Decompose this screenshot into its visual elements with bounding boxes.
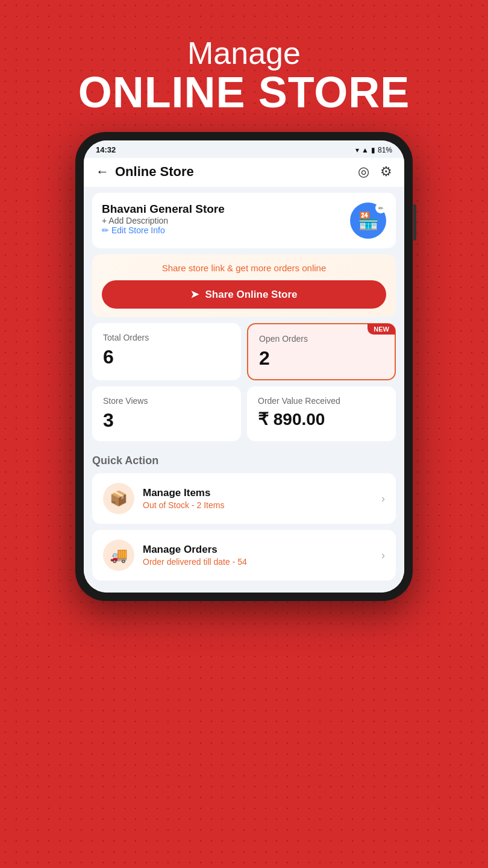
add-description[interactable]: + Add Description [102,216,225,225]
manage-orders-subtitle: Order delivered till date - 54 [143,557,373,567]
header-online-store: ONLINE STORE [78,71,410,114]
quick-action-title: Quick Action [92,447,396,473]
store-name: Bhavani General Store [102,203,225,216]
eye-icon[interactable]: ◎ [358,164,369,180]
share-arrow-icon: ➤ [190,288,199,301]
pencil-icon: ✏ [102,225,109,235]
status-time: 14:32 [96,145,116,154]
side-button [413,204,416,241]
store-views-label: Store Views [103,396,230,406]
phone-screen: 14:32 ▾ ▲ ▮ 81% ← Online Store [84,140,404,593]
wifi-icon: ▾ [355,146,359,154]
total-orders-label: Total Orders [103,333,230,342]
order-value-label: Order Value Received [258,396,385,406]
header-text: Manage ONLINE STORE [78,36,410,114]
phone-mockup: 14:32 ▾ ▲ ▮ 81% ← Online Store [75,132,413,601]
manage-items-icon-wrap: 📦 [103,483,134,514]
store-card-top: Bhavani General Store + Add Description … [102,203,386,239]
box-icon: 📦 [110,490,128,507]
open-orders-card: NEW Open Orders 2 [247,323,396,380]
manage-orders-chevron: › [381,549,385,562]
share-section: Share store link & get more orders onlin… [92,254,396,317]
manage-items-text: Manage Items Out of Stock - 2 Items [143,487,373,510]
battery-percent: 81% [378,146,392,154]
signal-icon: ▲ [361,146,369,154]
manage-items-card[interactable]: 📦 Manage Items Out of Stock - 2 Items › [92,473,396,524]
total-orders-card: Total Orders 6 [92,323,241,380]
total-orders-value: 6 [103,346,230,368]
back-arrow-icon[interactable]: ← [96,164,109,180]
status-bar: 14:32 ▾ ▲ ▮ 81% [84,140,404,158]
store-card: Bhavani General Store + Add Description … [92,193,396,248]
app-header: ← Online Store ◎ ⚙ [84,158,404,187]
new-badge: NEW [368,324,395,335]
manage-orders-icon-wrap: 🚚 [103,539,134,571]
stats-grid: Total Orders 6 NEW Open Orders 2 Store V… [92,323,396,441]
battery-icon: ▮ [371,146,375,154]
store-views-value: 3 [103,409,230,432]
quick-action-section: Quick Action 📦 Manage Items Out of Stock… [84,447,404,593]
app-header-icons: ◎ ⚙ [358,164,392,180]
order-value-card: Order Value Received ₹ 890.00 [247,386,396,441]
page-container: Manage ONLINE STORE 14:32 ▾ ▲ ▮ 81% [0,0,488,601]
app-header-left: ← Online Store [96,164,194,180]
manage-orders-text: Manage Orders Order delivered till date … [143,544,373,567]
share-link-text: Share store link & get more orders onlin… [162,263,327,273]
store-icon-container: 🏪 ✏ [350,203,386,239]
status-icons: ▾ ▲ ▮ 81% [355,146,392,154]
share-button-label: Share Online Store [205,289,297,301]
store-views-card: Store Views 3 [92,386,241,441]
manage-items-title: Manage Items [143,487,373,499]
header-manage: Manage [78,36,410,71]
settings-icon[interactable]: ⚙ [380,164,392,180]
manage-orders-card[interactable]: 🚚 Manage Orders Order delivered till dat… [92,530,396,580]
share-online-store-button[interactable]: ➤ Share Online Store [102,280,386,309]
manage-items-chevron: › [381,492,385,505]
open-orders-label: Open Orders [259,334,384,344]
truck-icon: 🚚 [110,547,128,564]
store-icon-edit[interactable]: ✏ [375,203,386,213]
app-title: Online Store [115,164,194,180]
manage-orders-title: Manage Orders [143,544,373,556]
order-value: ₹ 890.00 [258,409,385,429]
store-info: Bhavani General Store + Add Description … [102,203,225,235]
manage-items-subtitle: Out of Stock - 2 Items [143,500,373,510]
open-orders-value: 2 [259,347,384,370]
edit-store-info[interactable]: ✏ Edit Store Info [102,225,225,235]
store-emoji-icon: 🏪 [358,211,379,231]
